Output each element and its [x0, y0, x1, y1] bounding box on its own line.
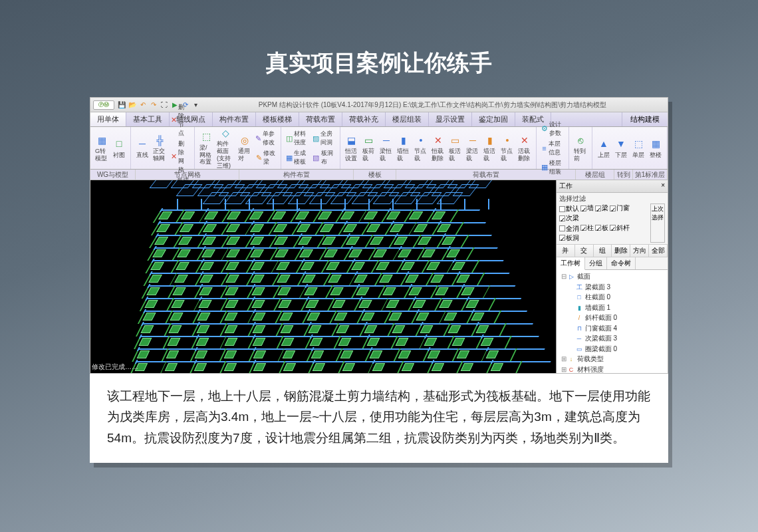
filter-op-btn[interactable]: 全部: [649, 245, 668, 257]
ribbon-btn[interactable]: ▮墙活载: [481, 132, 499, 164]
ribbon-btn[interactable]: ▲上层: [595, 136, 612, 160]
ribbon-btn[interactable]: ▦G转模型: [93, 132, 110, 164]
redo-icon[interactable]: ↷: [149, 100, 158, 109]
ribbon-btn[interactable]: •节点载: [499, 132, 516, 164]
filter-button-row: 并交组删除方向全部: [557, 245, 668, 257]
filter-op-btn[interactable]: 方向: [630, 245, 649, 257]
tree-node[interactable]: ─ 次梁截面 3: [558, 333, 666, 344]
ribbon-btn[interactable]: ✕恒载删除: [430, 132, 447, 164]
tree-node[interactable]: ⊞C 材料强度: [558, 364, 666, 374]
filter-check[interactable]: ✓梁: [595, 203, 608, 213]
ribbon-btn-small[interactable]: ◫材料强度: [284, 129, 311, 148]
ribbon-btn-small[interactable]: ⚙设计参数: [539, 120, 566, 138]
ribbon-btn[interactable]: ◇构件截面(支持三维): [215, 125, 236, 170]
panel-close-icon[interactable]: ×: [661, 182, 665, 191]
tree-node[interactable]: ▭ 圈梁截面 0: [558, 344, 666, 354]
ribbon-btn-small[interactable]: ✕删除节点: [169, 102, 191, 138]
ribbon-btn-small[interactable]: ▦生成楼板: [284, 148, 311, 167]
page-title: 真实项目案例让你练手: [0, 0, 758, 97]
tab-7[interactable]: 楼层组装: [386, 112, 429, 126]
ribbon-btn-small[interactable]: ✎单参修改: [253, 129, 277, 148]
ribbon-btn[interactable]: ⬓恒活设置: [343, 132, 360, 164]
ribbon-btn[interactable]: ⬚单层: [630, 136, 647, 160]
tab-5[interactable]: 荷载布置: [299, 112, 342, 126]
tab-4[interactable]: 楼板楼梯: [256, 112, 299, 126]
filter-title: 选择过滤: [559, 194, 665, 203]
3d-viewport[interactable]: 修改已完成……: [90, 180, 556, 373]
tab-9[interactable]: 鉴定加固: [472, 112, 515, 126]
undo-icon[interactable]: ↶: [138, 100, 147, 109]
tree-node[interactable]: ⊞↓ 荷载类型: [558, 354, 666, 364]
filter-check[interactable]: ✓板洞: [559, 233, 579, 243]
ribbon-btn[interactable]: ▭板荷载: [360, 132, 378, 164]
tab-0[interactable]: 用单体: [90, 112, 126, 126]
filter-check[interactable]: 默认: [559, 204, 579, 213]
viewport-status: 修改已完成……: [92, 362, 138, 372]
ribbon-btn[interactable]: ─梁活载: [464, 132, 481, 164]
ribbon-btn[interactable]: ▭板活载: [447, 132, 464, 164]
tree-node[interactable]: ▮ 墙截面 1: [558, 303, 666, 313]
fit-icon[interactable]: ⛶: [160, 100, 168, 109]
ribbon-btn[interactable]: •节点载: [412, 132, 430, 164]
window-title: PKPM 结构设计软件 (10板V4.1-2017年9月12日) E:\筑龙工作…: [200, 100, 665, 110]
ribbon-btn[interactable]: ▦整楼: [647, 136, 664, 160]
work-tree[interactable]: ⊟▷ 截面工 梁截面 3□ 柱截面 0▮ 墙截面 1/ 斜杆截面 0⊓ 门窗截面…: [557, 270, 668, 373]
ribbon: ▦G转模型□衬图─直线╬正交轴网✕删除节点✕删除网格○形成网点⬚梁/网格布置◇构…: [90, 127, 668, 170]
tab-right-mode[interactable]: 结构建模: [622, 112, 668, 126]
group-label: 楼板: [354, 170, 396, 180]
ribbon-btn[interactable]: ─梁恒载: [378, 132, 395, 164]
filter-op-btn[interactable]: 删除: [612, 245, 630, 257]
ribbon-btn[interactable]: ✕活载删除: [516, 132, 533, 164]
filter-reselect[interactable]: 上次 选择: [650, 203, 665, 243]
chevron-down-icon[interactable]: ▾: [191, 100, 200, 109]
tree-node[interactable]: □ 柱截面 0: [558, 292, 666, 303]
panel-title: 工作×: [557, 180, 668, 193]
app-window: ⓅⓂ 💾 📂 ↶ ↷ ⛶ ▶ ⟳ ▾ PKPM 结构设计软件 (10板V4.1-…: [90, 97, 668, 374]
group-label: WG与模型: [90, 170, 136, 180]
panel-tab[interactable]: 工作树: [557, 257, 585, 270]
ribbon-btn-small[interactable]: ✎修改梁: [253, 148, 277, 167]
ribbon-btn-small[interactable]: ▧板洞布: [311, 148, 337, 167]
group-label: 构件布置: [239, 170, 354, 180]
ribbon-group-labels: WG与模型节点网格构件布置楼板荷载布置楼层组转到第1标准层: [90, 170, 668, 180]
app-logo: ⓅⓂ: [93, 100, 114, 110]
ribbon-btn[interactable]: ⬚梁/网格布置: [197, 129, 215, 167]
ribbon-btn[interactable]: ─直线: [134, 136, 151, 160]
ribbon-btn[interactable]: ▼下层: [612, 136, 630, 160]
tab-6[interactable]: 荷载补充: [342, 112, 386, 126]
panel-tab[interactable]: 分组: [585, 257, 607, 269]
ribbon-btn[interactable]: ╬正交轴网: [151, 132, 169, 164]
tab-1[interactable]: 基本工具: [126, 112, 170, 126]
filter-section: 选择过滤 默认✓墙✓梁✓门窗✓次梁 全消✓柱✓板✓斜杆✓板洞 上次 选择: [557, 193, 668, 245]
app-card: ⓅⓂ 💾 📂 ↶ ↷ ⛶ ▶ ⟳ ▾ PKPM 结构设计软件 (10板V4.1-…: [90, 97, 668, 463]
save-icon[interactable]: 💾: [117, 100, 126, 109]
group-label: 转到: [614, 170, 633, 180]
ribbon-btn[interactable]: ◎通用对: [236, 132, 253, 164]
panel-tabs: 工作树分组命令树: [557, 257, 668, 270]
filter-check[interactable]: ✓次梁: [559, 213, 579, 223]
filter-check[interactable]: 全消: [559, 224, 579, 233]
filter-op-btn[interactable]: 组: [594, 245, 612, 257]
tree-node[interactable]: ⊓ 门窗截面 4: [558, 323, 666, 334]
tab-8[interactable]: 显示设置: [429, 112, 472, 126]
open-icon[interactable]: 📂: [128, 100, 136, 109]
tree-node[interactable]: / 斜杆截面 0: [558, 313, 666, 323]
ribbon-btn[interactable]: ⎋转到前: [572, 132, 589, 164]
tab-3[interactable]: 构件布置: [213, 112, 256, 126]
filter-check[interactable]: ✓斜杆: [610, 223, 630, 233]
filter-op-btn[interactable]: 并: [557, 245, 575, 257]
tree-node[interactable]: 工 梁截面 3: [558, 282, 666, 293]
ribbon-btn[interactable]: □衬图: [110, 136, 128, 160]
ribbon-btn[interactable]: ▮墙恒载: [395, 132, 412, 164]
group-label: 荷载布置: [396, 170, 576, 180]
filter-check[interactable]: ✓板: [595, 223, 608, 233]
panel-tab[interactable]: 命令树: [607, 257, 636, 269]
filter-check[interactable]: ✓门窗: [610, 203, 630, 213]
filter-row-1: 默认✓墙✓梁✓门窗✓次梁: [559, 203, 650, 223]
filter-check[interactable]: ✓墙: [580, 203, 594, 213]
filter-check[interactable]: ✓柱: [580, 223, 594, 233]
ribbon-btn-small[interactable]: ▨全房间洞: [311, 129, 337, 148]
tree-node[interactable]: ⊟▷ 截面: [558, 271, 666, 282]
ribbon-btn-small[interactable]: ≡本层信息: [539, 139, 566, 158]
filter-op-btn[interactable]: 交: [575, 245, 594, 257]
